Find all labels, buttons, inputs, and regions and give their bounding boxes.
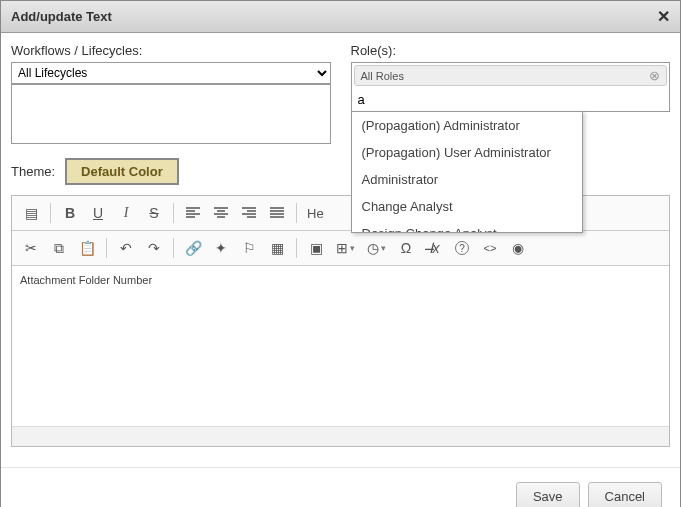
- strike-icon[interactable]: S: [141, 200, 167, 226]
- toolbar-separator: [50, 203, 51, 223]
- workflows-column: Workflows / Lifecycles: All Lifecycles: [11, 43, 331, 144]
- redo-icon[interactable]: ↷: [141, 235, 167, 261]
- editor-toolbar-row-2: ✂ ⧉ 📋 ↶ ↷ 🔗 ✦ ⚐ ▦ ▣ ⊞▾ ◷▾ Ω I̶x ? <> ◉: [12, 231, 669, 266]
- editor-statusbar: [12, 426, 669, 446]
- copy-icon[interactable]: ⧉: [46, 235, 72, 261]
- special-char-icon[interactable]: Ω: [393, 235, 419, 261]
- cut-icon[interactable]: ✂: [18, 235, 44, 261]
- unlink-icon[interactable]: ✦: [208, 235, 234, 261]
- lifecycles-listbox[interactable]: [11, 84, 331, 144]
- autocomplete-item[interactable]: (Propagation) Administrator: [352, 112, 582, 139]
- image-icon[interactable]: ▣: [303, 235, 329, 261]
- heading-dropdown[interactable]: He: [303, 206, 328, 221]
- dialog: Add/update Text ✕ Workflows / Lifecycles…: [0, 0, 681, 507]
- roles-label: Role(s):: [351, 43, 671, 58]
- toolbar-separator: [296, 203, 297, 223]
- align-center-icon[interactable]: [208, 200, 234, 226]
- underline-icon[interactable]: U: [85, 200, 111, 226]
- chevron-down-icon: ▾: [350, 243, 355, 253]
- lifecycles-select[interactable]: All Lifecycles: [11, 62, 331, 84]
- source-icon[interactable]: ▤: [18, 200, 44, 226]
- toolbar-separator: [106, 238, 107, 258]
- clear-format-icon[interactable]: I̶x: [421, 235, 447, 261]
- toolbar-separator: [173, 238, 174, 258]
- preview-icon[interactable]: ◉: [505, 235, 531, 261]
- toolbar-separator: [296, 238, 297, 258]
- autocomplete-item[interactable]: Administrator: [352, 166, 582, 193]
- toolbar-separator: [173, 203, 174, 223]
- align-left-icon[interactable]: [180, 200, 206, 226]
- align-right-icon[interactable]: [236, 200, 262, 226]
- roles-chip-label: All Roles: [361, 70, 404, 82]
- workflows-label: Workflows / Lifecycles:: [11, 43, 331, 58]
- dialog-footer: Save Cancel: [1, 467, 680, 507]
- paste-icon[interactable]: 📋: [74, 235, 100, 261]
- chevron-down-icon: ▾: [381, 243, 386, 253]
- autocomplete-item[interactable]: Change Analyst: [352, 193, 582, 220]
- link-icon[interactable]: 🔗: [180, 235, 206, 261]
- undo-icon[interactable]: ↶: [113, 235, 139, 261]
- align-justify-icon[interactable]: [264, 200, 290, 226]
- autocomplete-item[interactable]: Design Change Analyst: [352, 220, 582, 232]
- editor-content-area[interactable]: Attachment Folder Number: [12, 266, 669, 426]
- roles-chip-all[interactable]: All Roles ⊗: [354, 65, 668, 86]
- dialog-title: Add/update Text: [11, 9, 112, 24]
- chip-remove-icon[interactable]: ⊗: [649, 68, 660, 83]
- editor-text: Attachment Folder Number: [20, 274, 152, 286]
- italic-icon[interactable]: I: [113, 200, 139, 226]
- save-button[interactable]: Save: [516, 482, 580, 507]
- roles-search-input[interactable]: [356, 90, 666, 109]
- roles-input-area[interactable]: All Roles ⊗: [351, 62, 671, 112]
- roles-autocomplete: (Propagation) Administrator (Propagation…: [351, 111, 583, 233]
- cancel-button[interactable]: Cancel: [588, 482, 662, 507]
- bookmark-icon[interactable]: ⚐: [236, 235, 262, 261]
- bold-icon[interactable]: B: [57, 200, 83, 226]
- time-dropdown-icon[interactable]: ◷▾: [362, 235, 391, 261]
- dialog-content: Workflows / Lifecycles: All Lifecycles R…: [1, 33, 680, 457]
- insert-table-icon[interactable]: ▦: [264, 235, 290, 261]
- code-icon[interactable]: <>: [477, 235, 503, 261]
- close-icon[interactable]: ✕: [657, 7, 670, 26]
- theme-label: Theme:: [11, 164, 55, 179]
- titlebar: Add/update Text ✕: [1, 1, 680, 33]
- table-dropdown-icon[interactable]: ⊞▾: [331, 235, 360, 261]
- autocomplete-item[interactable]: (Propagation) User Administrator: [352, 139, 582, 166]
- help-icon[interactable]: ?: [449, 235, 475, 261]
- roles-column: Role(s): All Roles ⊗ (Propagation) Admin…: [351, 43, 671, 144]
- theme-color-button[interactable]: Default Color: [65, 158, 179, 185]
